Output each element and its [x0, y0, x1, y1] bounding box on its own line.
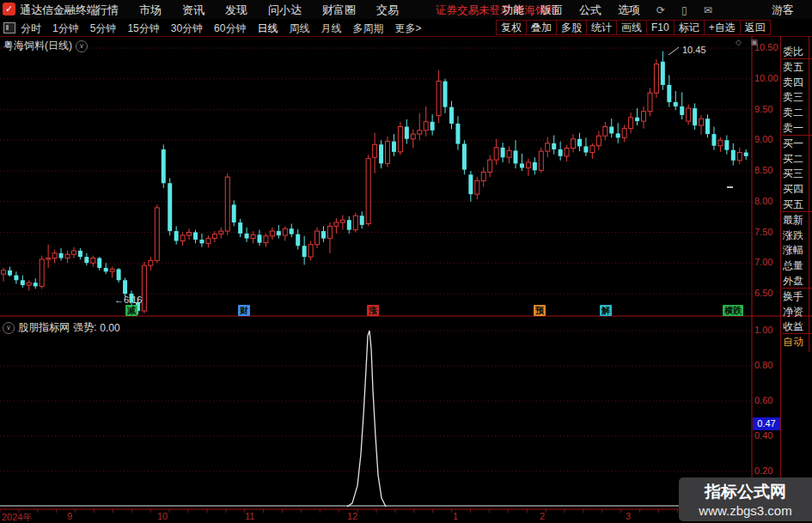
menu-item-财富圈[interactable]: 财富圈 — [322, 3, 356, 18]
event-badge-减[interactable]: 减 — [125, 305, 137, 316]
tool-button-多股[interactable]: 多股 — [556, 20, 587, 35]
sidebar-separator — [782, 288, 812, 289]
price-tick-label: 9.50 — [754, 104, 781, 114]
menu-item-交易[interactable]: 交易 — [376, 3, 399, 18]
sidebar-field-卖五: 卖五 — [783, 60, 803, 75]
tool-button-统计[interactable]: 统计 — [586, 20, 617, 35]
top-right-menu-list: 功能版面公式选项⟳▯✉ — [502, 3, 712, 18]
price-tick-label: 6.50 — [754, 288, 781, 298]
event-badge-解[interactable]: 解 — [600, 305, 612, 316]
tdx-terminal-window: ✓ 通达信金融终端 行情市场资讯发现问小达财富圈交易 证券交易未登录 粤海饲料 … — [0, 0, 812, 523]
candlestick-plot[interactable] — [0, 36, 812, 523]
guest-user-label[interactable]: 游客 — [772, 3, 794, 18]
sidebar-field-卖一: 卖一 — [783, 121, 803, 136]
sidebar-field-收益: 收益 — [783, 319, 803, 334]
quote-sidebar: 委比卖五卖四卖三卖二卖一买一买二买三买四买五最新涨跌涨幅总量外盘换手净资收益自动 — [782, 36, 812, 388]
period-tab-60分钟[interactable]: 60分钟 — [214, 21, 246, 36]
layout-icon[interactable] — [3, 22, 15, 33]
time-axis-label-11: 11 — [245, 511, 254, 521]
time-axis-label-3: 3 — [626, 511, 631, 521]
watermark-box: 指标公式网 www.zbgs3.com — [679, 477, 812, 521]
menu-item-功能[interactable]: 功能 — [502, 3, 524, 18]
indicator-current-value-badge: 0.47 — [753, 417, 780, 430]
sidebar-field-涨跌: 涨跌 — [783, 228, 803, 243]
tool-buttons: 复权叠加多股统计画线F10标记+自选返回 — [497, 20, 771, 35]
event-badge-横跌[interactable]: 横跌 — [723, 305, 743, 316]
sidebar-field-买三: 买三 — [783, 167, 803, 181]
event-badge-财[interactable]: 财 — [238, 305, 250, 316]
watermark-title: 指标公式网 — [679, 481, 812, 503]
indicator-param-value: 0.00 — [100, 322, 119, 334]
tool-button-返回[interactable]: 返回 — [740, 20, 771, 35]
tool-button-叠加[interactable]: 叠加 — [526, 20, 557, 35]
mail-icon[interactable]: ✉ — [704, 4, 712, 16]
sidebar-field-总量: 总量 — [783, 258, 803, 273]
sidebar-field-卖三: 卖三 — [783, 90, 803, 105]
period-tab-15分钟[interactable]: 15分钟 — [127, 21, 159, 36]
tool-button-复权[interactable]: 复权 — [496, 20, 527, 35]
tool-button-+自选[interactable]: +自选 — [704, 20, 741, 35]
period-tab-更多>[interactable]: 更多> — [394, 21, 421, 36]
stock-title-label: 粤海饲料(日线) — [3, 39, 72, 53]
period-tab-日线[interactable]: 日线 — [257, 21, 278, 36]
period-tab-5分钟[interactable]: 5分钟 — [90, 21, 117, 36]
menu-item-市场[interactable]: 市场 — [139, 3, 162, 18]
indicator-param-label: 强势: — [73, 320, 96, 335]
price-tick-label: 9.00 — [754, 134, 781, 144]
menu-item-问小达[interactable]: 问小达 — [268, 3, 302, 18]
menu-item-行情[interactable]: 行情 — [96, 3, 119, 18]
menu-item-公式[interactable]: 公式 — [579, 3, 601, 18]
high-price-annotation: 10.45 — [682, 45, 706, 55]
event-badge-预[interactable]: 预 — [534, 305, 546, 316]
refresh-icon[interactable]: ⟳ — [656, 4, 665, 16]
sidebar-field-净资: 净资 — [783, 305, 803, 319]
indicator-tick-label: 0.20 — [754, 465, 781, 476]
sidebar-field-外盘: 外盘 — [783, 274, 803, 289]
stock-title: 粤海饲料(日线) ∨ — [3, 39, 88, 53]
chart-region: 粤海饲料(日线) ∨ ◇ ▣ 10.45 ←6.16 ∨ 股朋指标网 强势: 0… — [0, 36, 812, 523]
period-tab-1分钟[interactable]: 1分钟 — [52, 21, 79, 36]
sidebar-field-自动[interactable]: 自动 — [783, 335, 803, 350]
period-tab-分时[interactable]: 分时 — [21, 21, 41, 36]
period-tabs: 分时1分钟5分钟15分钟30分钟60分钟日线周线月线多周期更多> — [21, 21, 421, 36]
tool-button-画线[interactable]: 画线 — [616, 20, 647, 35]
period-tab-月线[interactable]: 月线 — [321, 21, 341, 36]
time-axis-label-9: 9 — [67, 511, 72, 521]
indicator-title: ∨ 股朋指标网 强势: 0.00 — [3, 320, 120, 335]
price-tick-label: 8.00 — [754, 196, 781, 206]
price-tick-label: 10.50 — [754, 42, 781, 52]
sidebar-field-委比: 委比 — [783, 45, 803, 59]
period-tab-多周期[interactable]: 多周期 — [352, 21, 383, 36]
menu-item-资讯[interactable]: 资讯 — [182, 3, 205, 18]
chevron-down-icon[interactable]: ∨ — [76, 40, 88, 52]
menu-item-发现[interactable]: 发现 — [225, 3, 247, 18]
app-logo-icon: ✓ — [3, 3, 15, 15]
event-badge-涨[interactable]: 涨 — [367, 305, 379, 316]
top-menu-bar: ✓ 通达信金融终端 行情市场资讯发现问小达财富圈交易 证券交易未登录 粤海饲料 … — [0, 0, 812, 20]
sidebar-field-买四: 买四 — [783, 182, 803, 197]
time-axis-label-2: 2 — [540, 511, 545, 521]
chevron-down-icon[interactable]: ∨ — [3, 322, 15, 334]
top-menu-list: 行情市场资讯发现问小达财富圈交易 — [96, 3, 399, 18]
period-tab-周线[interactable]: 周线 — [289, 21, 309, 36]
indicator-tick-label: 0.80 — [754, 360, 781, 370]
watermark-url: www.zbgs3.com — [679, 503, 812, 518]
sidebar-field-涨幅: 涨幅 — [783, 243, 803, 258]
indicator-tick-label: 0.40 — [754, 430, 781, 441]
sidebar-separator — [782, 333, 812, 334]
price-tick-label: 10.00 — [754, 73, 781, 83]
indicator-tick-label: 1.00 — [754, 325, 781, 335]
chart-toolbar: 分时1分钟5分钟15分钟30分钟60分钟日线周线月线多周期更多> 复权叠加多股统… — [0, 19, 812, 37]
sidebar-field-买二: 买二 — [783, 152, 803, 167]
mobile-icon[interactable]: ▯ — [681, 4, 687, 16]
low-price-annotation: ←6.16 — [114, 295, 142, 305]
menu-item-选项[interactable]: 选项 — [618, 3, 640, 18]
sidebar-separator — [782, 135, 812, 136]
tool-button-F10[interactable]: F10 — [646, 20, 675, 35]
price-tick-label: 8.50 — [754, 165, 781, 175]
menu-item-版面[interactable]: 版面 — [540, 3, 563, 18]
period-tab-30分钟[interactable]: 30分钟 — [171, 21, 203, 36]
app-title: 通达信金融终端 — [20, 3, 98, 18]
price-tick-label: 7.00 — [754, 257, 781, 267]
tool-button-标记[interactable]: 标记 — [674, 20, 705, 35]
